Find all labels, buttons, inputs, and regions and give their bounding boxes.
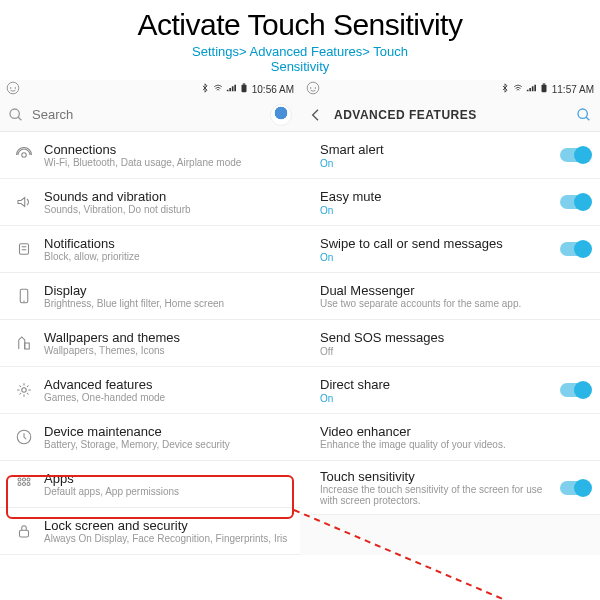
reddit-icon	[6, 81, 20, 97]
row-title: Direct share	[320, 377, 560, 392]
row-subtitle: Block, allow, prioritize	[44, 251, 290, 262]
settings-row-connections[interactable]: ConnectionsWi-Fi, Bluetooth, Data usage,…	[0, 132, 300, 179]
row-subtitle: Wi-Fi, Bluetooth, Data usage, Airplane m…	[44, 157, 290, 168]
svg-line-6	[18, 117, 21, 120]
svg-point-2	[15, 87, 17, 89]
row-subtitle: Default apps, App permissions	[44, 486, 290, 497]
feature-row-video-enhancer[interactable]: Video enhancerEnhance the image quality …	[300, 414, 600, 461]
row-title: Notifications	[44, 236, 290, 251]
row-state: On	[320, 252, 560, 263]
row-title: Easy mute	[320, 189, 560, 204]
settings-row-lock-screen[interactable]: Lock screen and securityAlways On Displa…	[0, 508, 300, 555]
features-list: Smart alertOnEasy muteOnSwipe to call or…	[300, 132, 600, 555]
wallpapers-icon	[10, 334, 38, 352]
breadcrumb-line2: Sensitivity	[271, 59, 330, 74]
row-title: Device maintenance	[44, 424, 290, 439]
svg-point-20	[23, 483, 26, 486]
bluetooth-icon	[200, 83, 210, 95]
row-title: Display	[44, 283, 290, 298]
row-title: Smart alert	[320, 142, 560, 157]
feature-row-dual-messenger[interactable]: Dual MessengerUse two separate accounts …	[300, 273, 600, 320]
battery-icon	[239, 83, 249, 95]
svg-point-5	[10, 109, 19, 118]
back-icon[interactable]	[308, 107, 324, 123]
screen-title: ADVANCED FEATURES	[334, 108, 576, 122]
row-title: Swipe to call or send messages	[320, 236, 560, 251]
feature-row-easy-mute[interactable]: Easy muteOn	[300, 179, 600, 226]
settings-row-advanced-features[interactable]: Advanced featuresGames, One-handed mode	[0, 367, 300, 414]
wifi-icon	[513, 83, 523, 95]
search-icon[interactable]	[576, 107, 592, 123]
row-title: Apps	[44, 471, 290, 486]
toggle-easy-mute[interactable]	[560, 195, 590, 209]
toggle-touch-sensitivity[interactable]	[560, 481, 590, 495]
feature-row-smart-alert[interactable]: Smart alertOn	[300, 132, 600, 179]
svg-point-19	[18, 483, 21, 486]
svg-rect-4	[242, 83, 245, 84]
status-time: 10:56 AM	[252, 84, 294, 95]
breadcrumb: Settings> Advanced Features> Touch Sensi…	[0, 44, 600, 74]
svg-point-18	[27, 478, 30, 481]
feature-row-swipe-call[interactable]: Swipe to call or send messagesOn	[300, 226, 600, 273]
row-title: Wallpapers and themes	[44, 330, 290, 345]
bluetooth-icon	[500, 83, 510, 95]
svg-point-24	[310, 87, 312, 89]
row-state: On	[320, 158, 560, 169]
svg-point-21	[27, 483, 30, 486]
display-icon	[10, 287, 38, 305]
settings-row-apps[interactable]: AppsDefault apps, App permissions	[0, 461, 300, 508]
row-subtitle: Use two separate accounts for the same a…	[320, 298, 590, 309]
svg-point-23	[307, 82, 319, 94]
toggle-direct-share[interactable]	[560, 383, 590, 397]
breadcrumb-line1: Settings> Advanced Features> Touch	[192, 44, 408, 59]
row-title: Video enhancer	[320, 424, 590, 439]
settings-row-notifications[interactable]: NotificationsBlock, allow, prioritize	[0, 226, 300, 273]
svg-rect-26	[541, 85, 546, 93]
feature-row-send-sos[interactable]: Send SOS messagesOff	[300, 320, 600, 367]
row-subtitle: Enhance the image quality of your videos…	[320, 439, 590, 450]
status-bar: 10:56 AM	[0, 80, 300, 98]
notifications-icon	[10, 240, 38, 258]
advanced-features-icon	[10, 381, 38, 399]
status-time: 11:57 AM	[552, 84, 594, 95]
svg-point-28	[578, 109, 587, 118]
reddit-icon	[306, 81, 320, 97]
avatar[interactable]	[270, 104, 292, 126]
svg-point-25	[315, 87, 317, 89]
row-state: On	[320, 393, 560, 404]
svg-line-29	[586, 117, 589, 120]
toggle-smart-alert[interactable]	[560, 148, 590, 162]
row-title: Connections	[44, 142, 290, 157]
toggle-swipe-call[interactable]	[560, 242, 590, 256]
row-subtitle: Games, One-handed mode	[44, 392, 290, 403]
feature-row-direct-share[interactable]: Direct shareOn	[300, 367, 600, 414]
connections-icon	[10, 146, 38, 164]
row-title: Send SOS messages	[320, 330, 590, 345]
row-title: Sounds and vibration	[44, 189, 290, 204]
row-title: Lock screen and security	[44, 518, 290, 533]
svg-rect-27	[542, 83, 545, 84]
advanced-features-screen: 11:57 AM ADVANCED FEATURES Smart alertOn…	[300, 80, 600, 555]
battery-icon	[539, 83, 549, 95]
svg-rect-8	[20, 244, 29, 255]
feature-row-touch-sensitivity[interactable]: Touch sensitivityIncrease the touch sens…	[300, 461, 600, 515]
settings-row-sounds[interactable]: Sounds and vibrationSounds, Vibration, D…	[0, 179, 300, 226]
row-title: Dual Messenger	[320, 283, 590, 298]
apps-icon	[10, 475, 38, 493]
row-state: Off	[320, 346, 590, 357]
settings-row-wallpapers[interactable]: Wallpapers and themesWallpapers, Themes,…	[0, 320, 300, 367]
svg-rect-22	[20, 530, 29, 537]
settings-row-device-maintenance[interactable]: Device maintenanceBattery, Storage, Memo…	[0, 414, 300, 461]
row-subtitle: Wallpapers, Themes, Icons	[44, 345, 290, 356]
row-state: On	[320, 205, 560, 216]
lock-screen-icon	[10, 522, 38, 540]
row-subtitle: Brightness, Blue light filter, Home scre…	[44, 298, 290, 309]
settings-row-display[interactable]: DisplayBrightness, Blue light filter, Ho…	[0, 273, 300, 320]
search-input[interactable]	[32, 107, 270, 122]
svg-rect-3	[241, 85, 246, 93]
svg-point-0	[7, 82, 19, 94]
svg-point-7	[22, 153, 27, 158]
row-title: Touch sensitivity	[320, 469, 560, 484]
screen-header: ADVANCED FEATURES	[300, 98, 600, 132]
row-subtitle: Battery, Storage, Memory, Device securit…	[44, 439, 290, 450]
